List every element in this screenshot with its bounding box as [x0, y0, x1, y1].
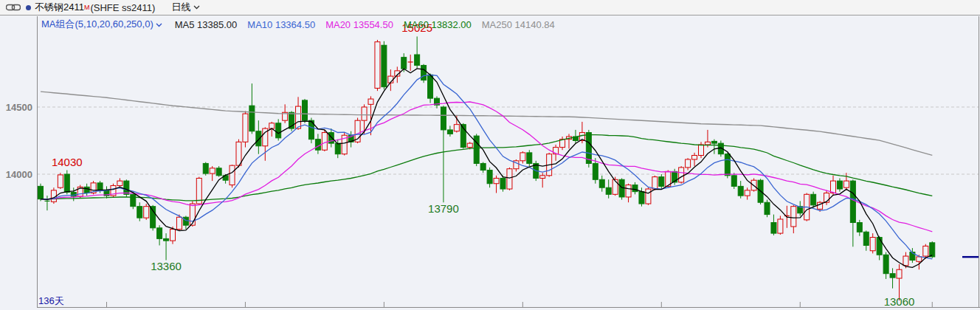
ma-values: MA5 13385.00MA10 13364.50MA20 13554.50MA… [165, 19, 555, 30]
svg-text:13360: 13360 [151, 260, 182, 272]
contract-code: (SHFE ss2411) [90, 2, 155, 13]
gridlines [37, 107, 979, 174]
y-axis-labels: 1450014000 [6, 102, 32, 180]
ma-settings-label: MA组合(5,10,20,60,250,0) [41, 18, 153, 31]
svg-text:13790: 13790 [428, 202, 459, 215]
chart-window: { "header": { "instrument": "不锈钢2411", "… [0, 0, 980, 310]
ma-legend-item: MA250 14140.84 [482, 19, 555, 30]
last-price-marker [962, 256, 979, 258]
svg-text:13060: 13060 [884, 295, 915, 308]
days-count-label: 136天 [38, 294, 64, 308]
ma-legend-item: MA5 13385.00 [175, 19, 238, 30]
ma-legend-item: MA10 13364.50 [247, 19, 315, 30]
period-label: 日线 [171, 1, 190, 14]
svg-text:14000: 14000 [6, 169, 32, 180]
candlestick-chart[interactable]: 1403015025133601379013060 1450014000 [0, 0, 980, 310]
svg-text:14500: 14500 [6, 102, 32, 113]
period-selector[interactable]: 日线 [171, 1, 200, 14]
link-chart-icon[interactable] [6, 4, 21, 11]
ma-legend-item: MA20 13554.50 [325, 19, 393, 30]
ma-settings-dropdown[interactable]: MA组合(5,10,20,60,250,0) [41, 18, 165, 31]
instrument-dot-icon [26, 5, 31, 10]
instrument-flag: M [84, 4, 90, 11]
chevron-down-icon [156, 23, 162, 27]
instrument-name: 不锈钢2411 [35, 1, 84, 14]
ma-legend: MA组合(5,10,20,60,250,0) MA5 13385.00MA10 … [41, 18, 555, 30]
chevron-down-icon [193, 5, 200, 10]
ma-legend-item: MA60 13832.00 [404, 19, 472, 30]
svg-text:14030: 14030 [52, 156, 83, 168]
title-bar: 不锈钢2411 M (SHFE ss2411) 日线 [0, 0, 980, 16]
